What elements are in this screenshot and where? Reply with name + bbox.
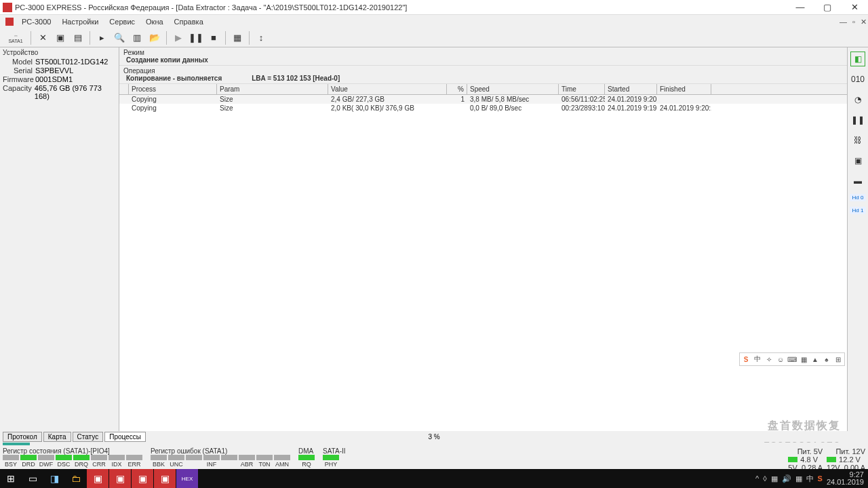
hex-icon[interactable]: HEX — [176, 469, 198, 488]
ime-cn-icon[interactable]: 中 — [753, 354, 762, 364]
progress-bar — [3, 443, 30, 445]
app-icon-small — [5, 18, 14, 26]
tab-processes[interactable]: Процессы — [104, 432, 146, 442]
box-icon[interactable]: ▥ — [129, 30, 145, 46]
head-1-label[interactable]: Hd 1 — [850, 207, 866, 214]
progress-percent: 3 % — [428, 433, 439, 441]
ime-tri-icon[interactable]: ▲ — [810, 354, 820, 364]
ime-win-icon[interactable]: ⊞ — [833, 354, 843, 364]
minimize-button[interactable]: — — [787, 0, 814, 15]
menu-settings[interactable]: Настройки — [56, 16, 104, 27]
tools-icon[interactable]: ✕ — [35, 30, 51, 46]
table-row[interactable]: CopyingSize2,0 KB( 30,0 KB)/ 376,9 GB0,0… — [119, 104, 847, 113]
search-icon[interactable]: 🔍 — [111, 30, 127, 46]
error-register: Регистр ошибок (SATA1) BBKUNCINFABRT0NAM… — [151, 447, 290, 470]
status-register: Регистр состояния (SATA1)-[PIO4] BSYDRDD… — [3, 447, 142, 470]
tray-vol-icon[interactable]: 🔊 — [782, 474, 791, 483]
start-button[interactable]: ⊞ — [0, 469, 22, 488]
menu-help[interactable]: Справка — [169, 16, 209, 27]
pc3000-task-4[interactable]: ▣ — [154, 469, 176, 488]
table-header: Process Param Value % Speed Time Started… — [119, 84, 847, 95]
pc3000-task-1[interactable]: ▣ — [87, 469, 108, 488]
menu-service[interactable]: Сервис — [104, 16, 140, 27]
ime-toolbar: S 中 ✧ ☺ ⌨ ▦ ▲ ♠ ⊞ — [739, 352, 845, 366]
play-icon[interactable]: ▶ — [170, 30, 186, 46]
device-group-title: Устройство — [3, 49, 116, 56]
center-pane: Режим Создание копии данных Операция Коп… — [119, 47, 848, 431]
chip2-icon[interactable]: ▣ — [850, 153, 865, 168]
process-table: Process Param Value % Speed Time Started… — [119, 84, 847, 431]
sata-button[interactable]: ⎓SATA1 — [4, 30, 27, 46]
power-readout: Пит. 5V 4.8 V 5V 0.28 A Пит. 12V 12.2 V … — [788, 447, 865, 470]
device-info-pane: Устройство ModelST500LT012-1DG142 Serial… — [0, 47, 119, 431]
pause-icon[interactable]: ❚❚ — [188, 30, 204, 46]
sata-register: SATA-II PHY — [323, 447, 346, 470]
gauge-icon[interactable]: ◔ — [850, 92, 865, 107]
titlebar: PC-3000 EXPRESS - Российская Федерация -… — [0, 0, 868, 15]
tab-map[interactable]: Карта — [43, 432, 71, 442]
binary-icon[interactable]: 010 — [850, 72, 865, 87]
link-icon[interactable]: ⛓ — [850, 133, 865, 148]
folder-icon[interactable]: 🗀 — [65, 469, 87, 488]
windows-icon[interactable]: ▦ — [229, 30, 245, 46]
tab-status[interactable]: Статус — [73, 432, 104, 442]
tree-icon[interactable]: ▸ — [94, 30, 110, 46]
mdi-close-icon[interactable]: ✕ — [861, 18, 867, 26]
menu-windows[interactable]: Окна — [140, 16, 169, 27]
chip-icon[interactable]: ◧ — [850, 52, 865, 66]
clock[interactable]: 9:27 24.01.2019 — [827, 471, 864, 486]
stop-icon[interactable]: ■ — [205, 30, 222, 46]
head-0-label[interactable]: Hd 0 — [850, 194, 866, 201]
mdi-restore-icon[interactable]: ▫ — [852, 18, 855, 26]
tray-lang-icon[interactable]: ▦ — [795, 474, 802, 483]
ime-kbd-icon[interactable]: ⌨ — [787, 354, 797, 364]
tray-s-icon[interactable]: S — [818, 474, 823, 483]
taskview-icon[interactable]: ▭ — [22, 469, 43, 488]
bottom-tabs: Протокол Карта Статус Процессы 3 % — [0, 431, 868, 442]
operation-section: Операция Копирование - выполняется LBA =… — [119, 66, 847, 84]
bar-icon[interactable]: ▬ — [850, 174, 865, 188]
pc3000-task-2[interactable]: ▣ — [109, 469, 131, 488]
taskbar: ⊞ ▭ ◨ 🗀 ▣ ▣ ▣ ▣ HEX ^ ◊ ▦ 🔊 ▦ 中 S 9:27 2… — [0, 469, 868, 488]
tray-chevron-icon[interactable]: ^ — [755, 474, 759, 483]
ime-s-icon[interactable]: S — [741, 354, 751, 364]
maximize-button[interactable]: ▢ — [814, 0, 841, 15]
sort-icon[interactable]: ↕ — [253, 30, 269, 46]
table-row[interactable]: CopyingSize2,4 GB/ 227,3 GB13,8 MB/ 5,8 … — [119, 95, 847, 104]
tray-ime-icon[interactable]: 中 — [806, 474, 814, 484]
main-area: Устройство ModelST500LT012-1DG142 Serial… — [0, 47, 868, 431]
pc3000-task-3[interactable]: ▣ — [132, 469, 153, 488]
right-toolbar: ◧ 010 ◔ ❚❚ ⛓ ▣ ▬ Hd 0 Hd 1 — [848, 47, 868, 431]
ime-spade-icon[interactable]: ♠ — [822, 354, 831, 364]
menu-app[interactable]: PC-3000 — [16, 16, 56, 27]
tab-protocol[interactable]: Протокол — [3, 432, 42, 442]
tray-net-icon[interactable]: ▦ — [771, 474, 778, 483]
status-strips: Регистр состояния (SATA1)-[PIO4] BSYDRDD… — [0, 446, 868, 472]
app-icon — [3, 3, 12, 12]
window-title: PC-3000 EXPRESS - Российская Федерация -… — [15, 3, 407, 12]
device-icon[interactable]: ▣ — [52, 30, 68, 46]
folder-open-icon[interactable]: 📂 — [146, 30, 163, 46]
save-icon[interactable]: ▤ — [70, 30, 86, 46]
explorer-icon[interactable]: ◨ — [43, 469, 65, 488]
ime-spark-icon[interactable]: ✧ — [764, 354, 774, 364]
mdi-minimize-icon[interactable]: — — [840, 18, 847, 26]
pause2-icon[interactable]: ❚❚ — [850, 113, 865, 127]
tray-usb-icon[interactable]: ◊ — [763, 474, 766, 483]
close-button[interactable]: ✕ — [841, 0, 868, 15]
dma-register: DMA RQ — [298, 447, 315, 470]
toolbar: ⎓SATA1 ✕ ▣ ▤ ▸ 🔍 ▥ 📂 ▶ ❚❚ ■ ▦ ↕ — [0, 28, 868, 47]
system-tray: ^ ◊ ▦ 🔊 ▦ 中 S 9:27 24.01.2019 — [755, 471, 868, 486]
ime-grid-icon[interactable]: ▦ — [799, 354, 808, 364]
lba-value: LBA = 513 102 153 [Head-0] — [249, 75, 340, 82]
menubar: PC-3000 Настройки Сервис Окна Справка — … — [0, 15, 868, 28]
mode-section: Режим Создание копии данных — [119, 47, 847, 66]
ime-face-icon[interactable]: ☺ — [776, 354, 785, 364]
